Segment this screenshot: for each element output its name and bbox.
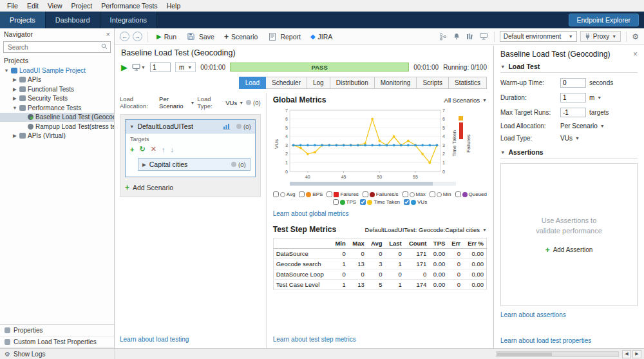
device-dropdown[interactable]: ▼ xyxy=(132,64,146,71)
tree-item-functional-tests[interactable]: ▶Functional Tests xyxy=(0,84,114,94)
move-up-button[interactable]: ↑ xyxy=(162,146,166,153)
legend-checkbox-queued[interactable] xyxy=(455,191,461,197)
properties-section[interactable]: Properties xyxy=(0,325,114,336)
duration-field[interactable] xyxy=(560,93,586,102)
forward-button[interactable]: → xyxy=(133,32,142,41)
legend-avg[interactable]: Avg xyxy=(273,191,296,197)
toggle-icon[interactable]: ▶ xyxy=(12,77,17,82)
legend-checkbox-tps[interactable] xyxy=(333,199,339,205)
back-button[interactable]: ← xyxy=(120,32,129,41)
load-test-section-header[interactable]: ▼ Load Test xyxy=(500,59,638,73)
legend-checkbox-max[interactable] xyxy=(402,191,408,197)
chart-scrollbar-thumb[interactable] xyxy=(290,182,433,186)
learn-load-testing-link[interactable]: Learn about load testing xyxy=(120,336,261,343)
show-logs-button[interactable]: ⚙ Show Logs xyxy=(0,349,115,359)
target-row[interactable]: ▶ Capital cities (0) xyxy=(138,158,251,171)
library-icon[interactable] xyxy=(465,32,475,42)
endpoints-branch-icon[interactable] xyxy=(438,32,448,42)
custom-load-test-properties-section[interactable]: Custom Load Test Properties xyxy=(0,336,114,348)
legend-min[interactable]: Min xyxy=(430,191,451,197)
tree-item-apis-virtual[interactable]: ▶APIs (Virtual) xyxy=(0,131,114,141)
menu-item-performance-tests[interactable]: Performance Tests xyxy=(97,2,162,10)
load-allocation-select[interactable]: Per Scenario ▼ xyxy=(560,122,605,130)
legend-max[interactable]: Max xyxy=(402,191,426,197)
learn-load-test-properties-link[interactable]: Learn about load test properties xyxy=(500,337,638,344)
scroll-right-button[interactable]: ▶ xyxy=(632,350,641,358)
close-icon[interactable]: × xyxy=(633,50,638,59)
legend-checkbox-failures[interactable] xyxy=(327,191,332,197)
legend-checkbox-vus[interactable] xyxy=(404,199,410,205)
scenario-chart-icon[interactable] xyxy=(223,123,231,130)
duration-input[interactable] xyxy=(150,63,171,72)
toggle-icon[interactable]: ▼ xyxy=(12,105,17,111)
tab-dashboard[interactable]: Dashboard xyxy=(46,12,100,28)
table-row[interactable]: Geocode search113311710.0000.00 xyxy=(273,259,486,269)
toggle-icon[interactable]: ▶ xyxy=(12,86,17,92)
report-button[interactable]: Report xyxy=(264,30,304,43)
loadtest-tab-statistics[interactable]: Statistics xyxy=(449,77,487,89)
toggle-icon[interactable]: ▼ xyxy=(4,68,9,73)
legend-failures[interactable]: Failures xyxy=(327,191,358,197)
menu-item-help[interactable]: Help xyxy=(162,2,185,10)
monitor-icon[interactable] xyxy=(478,32,489,42)
scenario-scope-select[interactable]: All Scenarios ▼ xyxy=(444,97,487,104)
scenario-card[interactable]: ▼ DefaultLoadUITest (0) Targets xyxy=(125,119,256,177)
duration-unit-select[interactable]: m ▼ xyxy=(589,94,601,101)
add-assertion-button[interactable]: + Add Assertion xyxy=(545,246,593,255)
refresh-target-button[interactable]: ↻ xyxy=(139,145,145,153)
legend-bps[interactable]: BPS xyxy=(299,191,323,197)
loadtest-tab-load[interactable]: Load xyxy=(239,77,266,89)
add-scenario-button[interactable]: + Add Scenario xyxy=(125,183,256,192)
notifications-bell-icon[interactable] xyxy=(451,32,462,42)
navigator-close-icon[interactable]: × xyxy=(106,30,110,38)
load-type-select[interactable]: VUs ▼ xyxy=(560,135,580,142)
delete-target-button[interactable]: ✕ xyxy=(151,145,156,153)
test-step-scope-select[interactable]: DefaultLoadUITest: Geocode:Capital citie… xyxy=(365,226,487,233)
add-target-button[interactable]: + xyxy=(130,146,134,153)
learn-assertions-link[interactable]: Learn about assertions xyxy=(500,311,638,318)
load-allocation-select[interactable]: Per Scenario ▼ xyxy=(159,95,194,110)
run-button[interactable]: ▶ Run xyxy=(153,32,180,42)
endpoint-explorer-button[interactable]: Endpoint Explorer xyxy=(569,14,639,26)
tree-item-loadui-sample-project[interactable]: ▼LoadUI Sample Project xyxy=(0,66,114,75)
load-type-select[interactable]: VUs ▼ xyxy=(225,99,243,106)
menu-item-edit[interactable]: Edit xyxy=(23,2,43,10)
run-loadtest-button[interactable]: ▶ xyxy=(121,63,128,72)
scroll-left-button[interactable]: ◀ xyxy=(622,350,631,358)
toggle-icon[interactable]: ▶ xyxy=(12,95,17,101)
loadtest-tab-log[interactable]: Log xyxy=(307,77,330,89)
tree-item-rampup-load-test-stress-test[interactable]: Rampup Load Test(stress test) xyxy=(0,122,114,131)
learn-test-step-metrics-link[interactable]: Learn about test step metrics xyxy=(273,336,487,343)
loadtest-tab-distribution[interactable]: Distribution xyxy=(330,77,375,89)
legend-checkbox-avg[interactable] xyxy=(273,191,279,197)
scenario-card-header[interactable]: ▼ DefaultLoadUITest (0) xyxy=(126,120,255,133)
loadtest-tab-monitoring[interactable]: Monitoring xyxy=(375,77,417,89)
assertions-section-header[interactable]: ▼ Assertions xyxy=(500,144,638,159)
search-input[interactable] xyxy=(6,43,101,52)
duration-unit-select[interactable]: m ▼ xyxy=(175,62,196,72)
tree-item-apis[interactable]: ▶APIs xyxy=(0,75,114,85)
environment-select[interactable]: Default environment ▼ xyxy=(500,31,577,42)
menu-item-file[interactable]: File xyxy=(3,2,23,10)
collapse-triangle-icon[interactable]: ▼ xyxy=(129,124,134,130)
legend-tps[interactable]: TPS xyxy=(333,199,357,205)
warmup-input[interactable] xyxy=(560,78,586,88)
tree-item-performance-tests[interactable]: ▼Performance Tests xyxy=(0,103,114,113)
table-row[interactable]: DataSource00001710.0000.00 xyxy=(273,249,486,259)
chart-scrollbar[interactable] xyxy=(290,182,456,186)
move-down-button[interactable]: ↓ xyxy=(170,146,174,153)
tree-item-security-tests[interactable]: ▶Security Tests xyxy=(0,94,114,104)
scrollbar-thumb[interactable] xyxy=(497,353,552,356)
save-button[interactable]: Save xyxy=(183,30,218,43)
legend-failures-s[interactable]: Failures/s xyxy=(363,191,399,197)
legend-vus[interactable]: VUs xyxy=(404,199,427,205)
max-target-runs-input[interactable] xyxy=(560,108,586,117)
menu-item-view[interactable]: View xyxy=(43,2,67,10)
legend-checkbox-time-taken[interactable] xyxy=(360,199,366,205)
toggle-icon[interactable]: ▶ xyxy=(12,133,17,139)
jira-button[interactable]: ◆ JIRA xyxy=(307,32,336,42)
learn-global-metrics-link[interactable]: Learn about global metrics xyxy=(273,210,487,217)
tab-projects[interactable]: Projects xyxy=(0,12,46,28)
table-row[interactable]: DataSource Loop000000.0000.00 xyxy=(273,269,486,280)
scrollbar-track[interactable] xyxy=(496,351,619,357)
